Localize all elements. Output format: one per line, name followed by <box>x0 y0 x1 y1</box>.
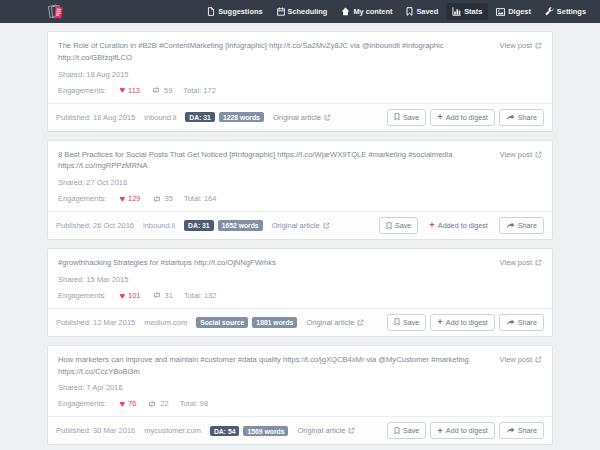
home-icon <box>341 7 350 16</box>
original-article-label: Original article <box>297 426 345 435</box>
nav-label: Suggestions <box>218 7 262 16</box>
retweets-count: 31 <box>165 291 173 300</box>
original-article-link[interactable]: Original article <box>273 113 331 122</box>
share-button[interactable]: Share <box>499 217 544 234</box>
nav-item-suggestions[interactable]: Suggestions <box>201 3 268 20</box>
add-to-digest-button[interactable]: + Add to digest <box>430 422 495 439</box>
share-label: Share <box>518 221 537 230</box>
app-logo[interactable] <box>46 4 64 20</box>
share-button[interactable]: Share <box>499 422 544 439</box>
original-article-link[interactable]: Original article <box>306 318 364 327</box>
badge: 1228 words <box>219 112 264 123</box>
source-domain: inbound.li <box>144 113 176 122</box>
save-button[interactable]: Save <box>387 422 426 439</box>
external-link-icon <box>324 114 331 121</box>
original-article-link[interactable]: Original article <box>272 221 330 230</box>
share-icon <box>506 427 515 434</box>
published-date: Published: 30 Mar 2016 <box>56 426 135 435</box>
likes-stat: ♥ 129 <box>119 194 140 203</box>
likes-count: 129 <box>128 194 141 203</box>
save-button[interactable]: Save <box>387 109 426 126</box>
original-article-label: Original article <box>272 221 320 230</box>
nav-menu: Suggestions Scheduling My content Saved <box>201 3 592 20</box>
external-link-icon <box>535 42 542 49</box>
nav-item-my-content[interactable]: My content <box>335 3 398 20</box>
original-article-link[interactable]: Original article <box>297 426 355 435</box>
badge-list: DA: 311652 words <box>184 220 263 231</box>
bookmark-icon <box>406 7 413 16</box>
original-article-label: Original article <box>273 113 321 122</box>
nav-label: Scheduling <box>288 7 328 16</box>
retweets-count: 59 <box>164 86 172 95</box>
share-label: Share <box>518 426 537 435</box>
retweets-stat: 59 <box>151 86 172 95</box>
badge: 1569 words <box>243 426 288 437</box>
save-button[interactable]: Save <box>387 314 426 331</box>
view-post-label: View post <box>500 258 532 267</box>
likes-stat: ♥ 113 <box>119 86 140 95</box>
calendar-icon <box>277 7 285 16</box>
share-button[interactable]: Share <box>499 314 544 331</box>
engagements-row: Engagements: ♥ 101 31 Total: 132 <box>58 291 542 300</box>
share-button[interactable]: Share <box>499 109 544 126</box>
logo-icon <box>46 4 64 20</box>
nav-item-saved[interactable]: Saved <box>400 3 444 20</box>
post-footer: Published: 30 Mar 2016 mycustomer.com DA… <box>48 416 552 444</box>
view-post-link[interactable]: View post <box>500 258 542 267</box>
add-to-digest-button[interactable]: + Add to digest <box>430 109 495 126</box>
share-icon <box>506 222 515 229</box>
post-card: #growthhacking Strategies for #startups … <box>47 248 553 337</box>
share-label: Share <box>518 113 537 122</box>
bookmark-icon <box>386 222 392 230</box>
view-post-link[interactable]: View post <box>500 355 542 364</box>
badge-list: Social source1881 words <box>196 317 297 328</box>
wrench-icon <box>545 7 554 16</box>
badge: 1652 words <box>218 220 263 231</box>
source-domain: inbound.li <box>143 221 175 230</box>
post-title: #growthhacking Strategies for #startups … <box>58 257 500 269</box>
view-post-label: View post <box>500 150 532 159</box>
external-link-icon <box>323 222 330 229</box>
nav-item-stats[interactable]: Stats <box>446 3 488 20</box>
retweets-count: 22 <box>160 399 168 408</box>
view-post-link[interactable]: View post <box>500 150 542 159</box>
badge: DA: 31 <box>184 220 214 231</box>
engagements-label: Engagements: <box>58 291 106 300</box>
external-link-icon <box>357 319 364 326</box>
total-stat: Total: 132 <box>184 291 217 300</box>
top-navbar: Suggestions Scheduling My content Saved <box>0 0 600 23</box>
save-button[interactable]: Save <box>379 217 418 234</box>
shared-date: Shared: 15 Mar 2015 <box>58 275 542 284</box>
bookmark-icon <box>394 113 400 121</box>
save-label: Save <box>403 426 419 435</box>
image-icon <box>496 8 505 16</box>
add-to-digest-button[interactable]: + Add to digest <box>430 314 495 331</box>
likes-stat: ♥ 76 <box>119 399 136 408</box>
add-to-digest-button[interactable]: + Added to digest <box>422 217 495 234</box>
nav-label: Digest <box>508 7 531 16</box>
nav-item-scheduling[interactable]: Scheduling <box>271 3 334 20</box>
view-post-label: View post <box>500 355 532 364</box>
likes-count: 113 <box>128 86 140 95</box>
external-link-icon <box>535 151 542 158</box>
shared-date: Shared: 18 Aug 2015 <box>58 70 542 79</box>
post-title: How marketers can improve and maintain #… <box>58 354 500 378</box>
shared-date: Shared: 7 Apr 2016 <box>58 383 542 392</box>
nav-label: Settings <box>557 7 586 16</box>
published-date: Published: 26 Oct 2016 <box>56 221 134 230</box>
source-domain: mycustomer.com <box>144 426 201 435</box>
external-link-icon <box>535 259 542 266</box>
post-footer: Published: 18 Aug 2015 inbound.li DA: 31… <box>48 103 552 131</box>
plus-icon: + <box>437 114 443 121</box>
likes-count: 76 <box>128 399 136 408</box>
save-label: Save <box>395 221 411 230</box>
nav-label: Stats <box>464 7 482 16</box>
view-post-link[interactable]: View post <box>500 41 542 50</box>
nav-item-settings[interactable]: Settings <box>539 3 592 20</box>
bookmark-icon <box>394 318 400 326</box>
save-label: Save <box>403 113 419 122</box>
engagements-label: Engagements: <box>58 86 106 95</box>
digest-label: Add to digest <box>446 426 488 435</box>
engagements-row: Engagements: ♥ 113 59 Total: 172 <box>58 86 542 95</box>
nav-item-digest[interactable]: Digest <box>490 3 537 20</box>
